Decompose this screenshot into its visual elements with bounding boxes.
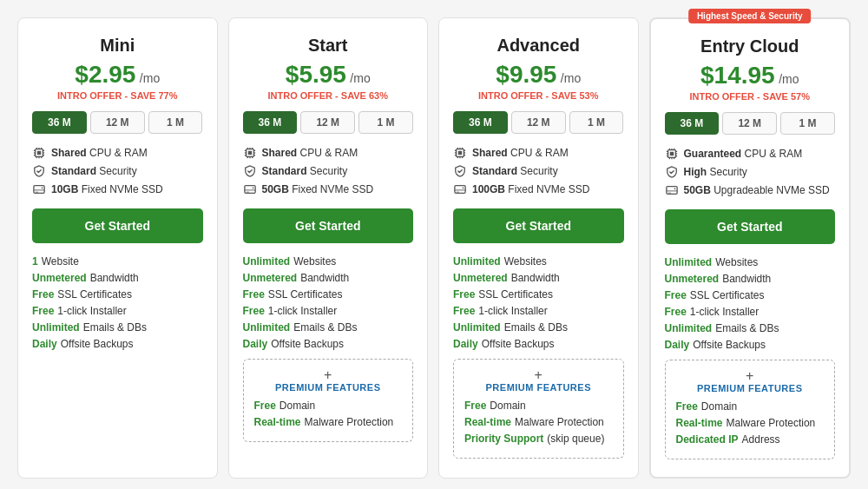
feature-item: Free SSL Certificates — [243, 288, 414, 301]
svg-rect-53 — [457, 192, 460, 193]
feature-highlight: Unlimited — [665, 256, 713, 268]
period-tab[interactable]: 12 M — [300, 111, 355, 134]
spec-item: High Security — [665, 165, 836, 179]
feature-list: Unlimited Websites Unmetered Bandwidth F… — [665, 256, 836, 351]
get-started-button[interactable]: Get Started — [243, 208, 414, 243]
feature-highlight: Free — [665, 306, 687, 318]
feature-item: Unmetered Bandwidth — [32, 272, 203, 284]
get-started-button[interactable]: Get Started — [32, 208, 203, 243]
spec-item: 50GB Fixed NVMe SSD — [243, 182, 414, 196]
get-started-button[interactable]: Get Started — [453, 208, 624, 243]
premium-item: Dedicated IP Address — [676, 433, 825, 446]
spec-item: 100GB Fixed NVMe SSD — [453, 182, 624, 196]
svg-rect-71 — [667, 193, 671, 194]
premium-item: Free Domain — [464, 400, 613, 412]
feature-text: Emails & DBs — [715, 322, 779, 334]
period-tabs: 36 M12 M1 M — [243, 111, 414, 134]
feature-text: Emails & DBs — [504, 321, 568, 334]
plan-badge: Highest Speed & Security — [688, 9, 812, 23]
feature-item: Daily Offsite Backups — [243, 338, 414, 350]
period-tab[interactable]: 36 M — [665, 112, 720, 135]
price-period: /mo — [779, 72, 799, 86]
shield-icon — [665, 165, 679, 179]
cpu-icon — [453, 146, 467, 160]
price-amount: $14.95 — [700, 62, 775, 89]
premium-item-text: Domain — [701, 400, 737, 413]
spec-text: Standard Security — [472, 165, 558, 177]
spec-item: Standard Security — [453, 164, 624, 178]
feature-text: 1-click Installer — [268, 305, 337, 317]
spec-list: Shared CPU & RAM Standard Security 50GB … — [243, 146, 414, 196]
premium-item-text: Malware Protection — [515, 416, 604, 428]
spec-text: 50GB Upgradeable NVMe SSD — [684, 184, 830, 196]
feature-item: Unlimited Websites — [243, 255, 414, 268]
plan-name: Entry Cloud — [665, 36, 836, 56]
feature-text: Bandwidth — [511, 272, 560, 284]
period-tab[interactable]: 1 M — [148, 111, 203, 134]
feature-item: Free 1-click Installer — [453, 305, 624, 317]
premium-item-text: Malware Protection — [305, 416, 394, 428]
svg-rect-55 — [669, 152, 673, 155]
feature-item: Free SSL Certificates — [453, 288, 624, 301]
shield-icon — [453, 164, 467, 178]
svg-point-70 — [674, 188, 675, 189]
feature-item: Free 1-click Installer — [665, 306, 836, 318]
period-tab[interactable]: 12 M — [90, 111, 145, 134]
period-tab[interactable]: 36 M — [453, 111, 508, 134]
feature-text: Websites — [715, 256, 758, 268]
premium-item-text: Malware Protection — [727, 417, 816, 429]
feature-highlight: Free — [243, 288, 265, 301]
spec-text: High Security — [684, 166, 747, 178]
spec-item: Shared CPU & RAM — [32, 146, 203, 160]
feature-item: Unmetered Bandwidth — [243, 272, 414, 284]
period-tab[interactable]: 1 M — [358, 111, 413, 134]
feature-text: Websites — [293, 255, 336, 268]
cpu-icon — [243, 146, 257, 160]
period-tab[interactable]: 12 M — [722, 112, 777, 135]
period-tab[interactable]: 1 M — [569, 111, 624, 134]
period-tab[interactable]: 1 M — [780, 112, 835, 135]
feature-highlight: Unlimited — [32, 321, 80, 334]
shield-icon — [32, 164, 46, 178]
premium-item: Free Domain — [676, 400, 825, 413]
period-tab[interactable]: 12 M — [511, 111, 566, 134]
feature-highlight: Unlimited — [243, 321, 291, 334]
pricing-container: Mini $2.95 /mo INTRO OFFER - SAVE 77%36 … — [17, 17, 851, 479]
premium-label: PREMIUM FEATURES — [464, 382, 613, 393]
get-started-button[interactable]: Get Started — [665, 209, 836, 244]
feature-text: Websites — [504, 255, 547, 268]
svg-rect-1 — [37, 151, 41, 155]
disk-icon — [665, 183, 679, 197]
premium-item-text: (skip queue) — [547, 433, 604, 445]
feature-text: Offsite Backups — [271, 338, 344, 350]
feature-highlight: Daily — [243, 338, 268, 350]
cpu-icon — [32, 146, 46, 160]
feature-highlight: Unlimited — [453, 321, 501, 334]
premium-item-highlight: Priority Support — [464, 433, 543, 445]
feature-text: Bandwidth — [722, 273, 771, 285]
feature-item: Unlimited Emails & DBs — [453, 321, 624, 334]
svg-rect-37 — [458, 151, 462, 155]
premium-header: + PREMIUM FEATURES — [676, 369, 825, 393]
plan-card-start: Start $5.95 /mo INTRO OFFER - SAVE 63%36… — [228, 17, 429, 479]
feature-highlight: Unlimited — [665, 322, 713, 334]
feature-item: Unmetered Bandwidth — [453, 272, 624, 284]
feature-highlight: Free — [453, 305, 475, 317]
svg-rect-35 — [246, 192, 249, 193]
feature-text: Emails & DBs — [83, 321, 147, 334]
svg-point-34 — [252, 187, 253, 188]
premium-item: Priority Support (skip queue) — [464, 433, 613, 445]
spec-list: Shared CPU & RAM Standard Security 10GB … — [32, 146, 203, 196]
premium-item-text: Domain — [490, 400, 525, 412]
spec-text: 10GB Fixed NVMe SSD — [51, 183, 163, 195]
plan-name: Advanced — [453, 36, 624, 56]
premium-item-highlight: Free — [676, 400, 698, 413]
feature-item: Daily Offsite Backups — [665, 339, 836, 351]
period-tab[interactable]: 36 M — [32, 111, 87, 134]
feature-text: Emails & DBs — [293, 321, 357, 334]
feature-text: SSL Certificates — [478, 288, 553, 301]
feature-item: Unlimited Websites — [665, 256, 836, 268]
premium-plus: + — [464, 368, 613, 382]
spec-item: Standard Security — [32, 164, 203, 178]
period-tab[interactable]: 36 M — [243, 111, 298, 134]
